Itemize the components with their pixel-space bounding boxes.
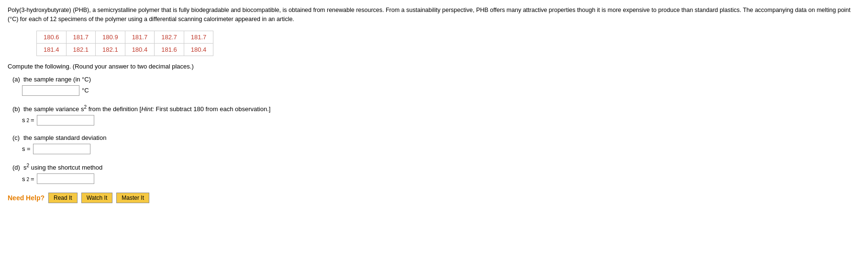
answer-d-input[interactable] [37,173,94,184]
question-d-text: s2 using the shortcut method [23,163,102,171]
question-b-block: (b) the sample variance s2 from the defi… [12,104,860,126]
data-table: 180.6 181.7 180.9 181.7 182.7 181.7 181.… [36,31,213,56]
cell-r1c2: 181.7 [66,31,96,43]
cell-r1c5: 182.7 [155,31,184,43]
table-row-1: 180.6 181.7 180.9 181.7 182.7 181.7 [37,31,213,43]
cell-r1c4: 181.7 [125,31,155,43]
need-help-label: Need Help? [8,194,45,202]
answer-b-input[interactable] [37,115,94,126]
question-a-block: (a) the sample range (in °C) °C [12,76,860,96]
cell-r2c1: 181.4 [37,43,67,56]
cell-r2c5: 181.6 [155,43,184,56]
part-c-letter: (c) [12,134,21,141]
need-help-section: Need Help? Read It Watch It Master It [8,193,860,203]
read-it-button[interactable]: Read It [48,193,78,203]
part-a-letter: (a) [12,76,21,83]
answer-c-input[interactable] [33,144,90,154]
table-row-2: 181.4 182.1 182.1 180.4 181.6 180.4 [37,43,213,56]
part-b-letter: (b) [12,105,21,113]
answer-a-input[interactable] [22,85,79,96]
question-c-text: the sample standard deviation [23,134,106,141]
compute-label: Compute the following. (Round your answe… [8,63,860,70]
question-a-label: (a) the sample range (in °C) [12,76,860,83]
cell-r2c4: 180.4 [125,43,155,56]
s2-prefix-b: s2 = [22,116,34,124]
cell-r1c3: 180.9 [96,31,125,43]
question-d-input-row: s2 = [22,173,860,184]
question-c-block: (c) the sample standard deviation s = [12,134,860,154]
part-d-letter: (d) [12,164,21,171]
question-b-label: (b) the sample variance s2 from the defi… [12,104,860,113]
s-prefix-c: s = [22,145,31,152]
cell-r1c1: 180.6 [37,31,67,43]
s2-prefix-d: s2 = [22,175,34,183]
master-it-button[interactable]: Master It [116,193,149,203]
cell-r2c6: 180.4 [184,43,213,56]
question-b-input-row: s2 = [22,115,860,126]
question-c-input-row: s = [22,144,860,154]
question-a-unit: °C [82,87,89,94]
intro-text: Poly(3-hydroxybutyrate) (PHB), a semicry… [8,6,860,24]
question-a-text: the sample range (in °C) [23,76,91,83]
question-a-input-row: °C [22,85,860,96]
question-c-label: (c) the sample standard deviation [12,134,860,141]
cell-r2c3: 182.1 [96,43,125,56]
question-d-block: (d) s2 using the shortcut method s2 = [12,163,860,184]
watch-it-button[interactable]: Watch It [81,193,113,203]
question-d-label: (d) s2 using the shortcut method [12,163,860,171]
cell-r2c2: 182.1 [66,43,96,56]
cell-r1c6: 181.7 [184,31,213,43]
question-b-text: the sample variance s2 from the definiti… [23,104,270,113]
